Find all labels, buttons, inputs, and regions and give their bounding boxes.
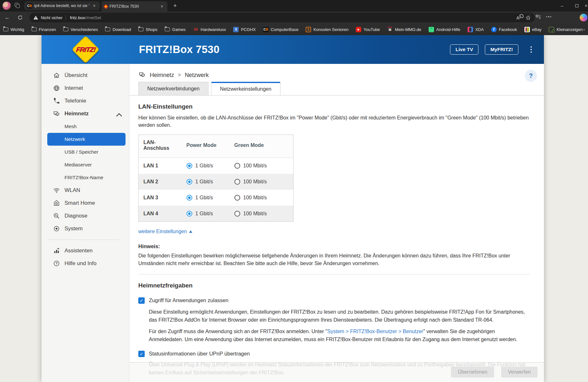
- bookmark-item[interactable]: Android-Hilfe: [429, 27, 460, 32]
- new-tab-button[interactable]: +: [171, 2, 179, 9]
- bookmark-item[interactable]: MMein-MMO.de: [387, 27, 421, 32]
- sidebar-item-usb-speicher[interactable]: USB / Speicher: [42, 146, 129, 158]
- tab-close-icon[interactable]: ×: [159, 4, 165, 9]
- breadcrumb-section[interactable]: Heimnetz: [150, 72, 174, 79]
- power-mode-radio[interactable]: [187, 211, 192, 217]
- sidebar-item-mediaserver[interactable]: Mediaserver: [42, 158, 129, 171]
- sidebar-item-internet[interactable]: Internet: [42, 82, 129, 95]
- upnp-checkbox[interactable]: ✓: [138, 351, 145, 357]
- green-mode-radio[interactable]: [234, 211, 240, 217]
- diagnose-icon: [53, 212, 60, 219]
- help-button[interactable]: ?: [525, 70, 537, 82]
- power-mode-radio[interactable]: [187, 179, 192, 185]
- apply-button[interactable]: Übernehmen: [451, 367, 494, 378]
- fritz-favicon: [103, 4, 109, 9]
- bookmark-item[interactable]: SKonsolen Senioren: [306, 27, 348, 32]
- sidebar-item-diagnose[interactable]: Diagnose: [42, 210, 129, 222]
- url-host[interactable]: fritz.box: [70, 15, 85, 20]
- bookmark-item[interactable]: XXHardwareluxx: [193, 27, 226, 32]
- app-access-checkbox[interactable]: ✓: [138, 297, 145, 304]
- bookmark-item[interactable]: eBay: [524, 27, 542, 32]
- bookmark-item[interactable]: Finanzen: [32, 27, 56, 32]
- column-header: LAN-Anschluss: [139, 135, 182, 158]
- collapse-triangle-icon: [189, 230, 192, 233]
- sidebar-item-telefonie[interactable]: Telefonie: [42, 95, 129, 107]
- close-button[interactable]: ×: [584, 0, 588, 11]
- more-settings-link[interactable]: weitere Einstellungen: [138, 229, 530, 234]
- apply-bar: Übernehmen Verwerfen: [129, 362, 544, 382]
- bookmark-item[interactable]: Download: [105, 27, 131, 32]
- bookmark-item[interactable]: XPCGHX: [233, 27, 256, 32]
- chevron-up-icon[interactable]: [116, 111, 123, 118]
- settings-menu-icon[interactable]: [546, 16, 552, 18]
- system-icon: [53, 225, 60, 232]
- browser-tab-inactive[interactable]: CB ip4 Adresse bestellt, wo ist sie ?! |…: [24, 1, 100, 10]
- green-mode-radio[interactable]: [234, 195, 240, 201]
- power-mode-radio[interactable]: [187, 195, 192, 201]
- header-menu-icon[interactable]: [531, 46, 532, 53]
- url-path[interactable]: /#netSet: [85, 15, 101, 20]
- myfritz-button[interactable]: MyFRITZ!: [485, 44, 518, 55]
- sidebar-item-wlan[interactable]: WLAN: [42, 184, 129, 197]
- tab-groups-icon[interactable]: [15, 3, 20, 9]
- pcghx-icon: X: [233, 27, 239, 32]
- bookmarks-overflow-icon[interactable]: ›: [583, 27, 585, 32]
- sidebar-item-mesh[interactable]: Mesh: [42, 120, 129, 133]
- sidebar-item-system[interactable]: System: [42, 222, 129, 235]
- folder-icon: [3, 27, 8, 31]
- tab-close-icon[interactable]: ×: [91, 3, 97, 8]
- copilot-icon[interactable]: [580, 14, 587, 21]
- tab-netzwerkeinstellungen[interactable]: Netzwerkeinstellungen: [211, 82, 280, 95]
- table-row: LAN 4 1 Gbit/s 100 Mbit/s: [139, 206, 294, 222]
- lan-settings-intro: Hier können Sie einstellen, ob die LAN-A…: [138, 114, 530, 129]
- fritzbox-app: FRITZ! FRITZ!Box 7530 Live TV MyFRITZ! Ü…: [42, 35, 544, 382]
- phone-icon: [53, 97, 60, 104]
- bookmark-item[interactable]: fFacebook: [491, 27, 517, 32]
- discard-button[interactable]: Verwerfen: [501, 367, 538, 378]
- sidebar-item-hilfe[interactable]: ? Hilfe und Info: [42, 257, 129, 270]
- live-tv-button[interactable]: Live TV: [450, 44, 478, 55]
- fritz-logo[interactable]: FRITZ!: [42, 35, 129, 64]
- maximize-button[interactable]: [569, 0, 584, 11]
- sidebar-item-fritzbox-name[interactable]: FRITZ!Box-Name: [42, 171, 129, 184]
- sidebar-item-netzwerk[interactable]: Netzwerk: [47, 133, 126, 146]
- bookmark-item[interactable]: CBComputerBase: [263, 27, 299, 32]
- minimize-button[interactable]: –: [555, 0, 569, 11]
- profile-avatar[interactable]: [3, 2, 11, 10]
- sidebar-item-assistenten[interactable]: Assistenten: [42, 244, 129, 257]
- back-icon[interactable]: ←: [3, 14, 11, 21]
- security-label[interactable]: Nicht sicher: [41, 15, 63, 20]
- upnp-label[interactable]: Statusinformationen über UPnP übertragen: [149, 351, 250, 357]
- table-row: LAN 2 1 Gbit/s 100 Mbit/s: [139, 174, 294, 190]
- bookmark-item[interactable]: Shops: [138, 27, 157, 32]
- home-icon: [53, 72, 60, 79]
- browser-tab-active[interactable]: FRITZ!Box 7530 ×: [102, 1, 167, 11]
- app-access-label[interactable]: Zugriff für Anwendungen zulassen: [149, 297, 228, 303]
- bookmark-item[interactable]: Games: [165, 27, 186, 32]
- folder-icon: [32, 27, 37, 31]
- folder-icon: [138, 27, 143, 31]
- bookmark-item[interactable]: Kleinanzeigen: [549, 27, 583, 32]
- sidebar-item-smart-home[interactable]: Smart Home: [42, 197, 129, 210]
- collections-icon[interactable]: [535, 14, 541, 20]
- power-mode-radio[interactable]: [187, 163, 192, 169]
- user-settings-link[interactable]: System > FRITZ!Box-Benutzer > Benutzer: [327, 329, 424, 334]
- bookmark-item[interactable]: XDA: [468, 27, 484, 32]
- sidebar-item-uebersicht[interactable]: Übersicht: [42, 69, 129, 82]
- folder-icon: [165, 27, 170, 31]
- extensions-icon[interactable]: [518, 14, 524, 20]
- bookmark-item[interactable]: Verschiedenes: [63, 27, 98, 32]
- sidebar-item-heimnetz[interactable]: Heimnetz: [42, 107, 129, 120]
- tab-netzwerkverbindungen[interactable]: Netzwerkverbindungen: [138, 82, 209, 95]
- app-access-description: Diese Einstellung ermöglicht Anwendungen…: [149, 308, 530, 324]
- green-mode-radio[interactable]: [234, 179, 240, 185]
- divider: [530, 14, 530, 20]
- sharing-heading: Heimnetzfreigaben: [138, 282, 530, 289]
- refresh-icon[interactable]: [16, 14, 24, 21]
- green-mode-radio[interactable]: [234, 163, 240, 169]
- bookmark-item[interactable]: ▶YouTube: [356, 27, 380, 32]
- smart-home-icon: [53, 200, 60, 207]
- hint-title: Hinweis:: [138, 243, 530, 249]
- address-bar[interactable]: Nicht sicher fritz.box /#netSet A): [29, 13, 535, 22]
- bookmark-item[interactable]: Wichtig: [3, 27, 24, 32]
